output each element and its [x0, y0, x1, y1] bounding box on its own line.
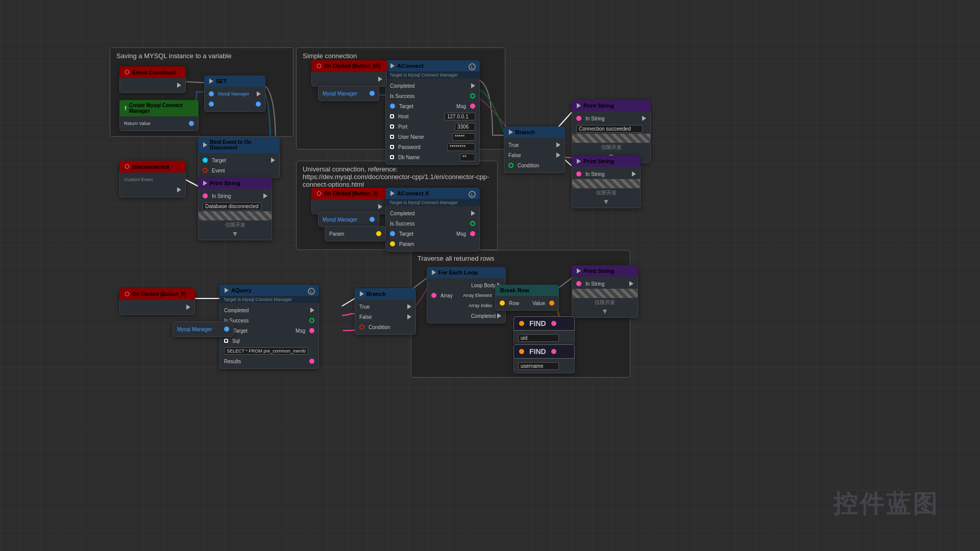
- set-header: SET: [204, 76, 265, 87]
- aquery-sql-input[interactable]: [224, 347, 308, 355]
- print-string-row-node[interactable]: Print String In String 仅限开发 ▼: [572, 265, 638, 318]
- for-each-exec-in: [432, 270, 436, 275]
- mysql-manager-x-label: Mysql Manager: [323, 217, 357, 222]
- disconnected-label: Disconnected: [132, 164, 169, 170]
- aconnect-target-row: Target Msg: [386, 101, 479, 111]
- print-string-fail-header: Print String: [572, 156, 641, 167]
- break-row-label: Break Row: [500, 287, 529, 293]
- param-node[interactable]: Param: [325, 226, 386, 241]
- aconnect-x-is-success-row: Is Success: [386, 218, 479, 229]
- find-username-input[interactable]: [518, 362, 559, 370]
- ps-success-value-row: [572, 123, 650, 134]
- ps-success-in-label: In String: [585, 116, 604, 121]
- mysql-manager-q-row: Mysql Manager: [173, 324, 233, 334]
- branch-conn-node[interactable]: Branch True False Condition: [504, 127, 565, 173]
- for-each-index-row: Array Index: [427, 300, 505, 311]
- set-node[interactable]: SET Mysql Manager: [204, 76, 265, 112]
- set-body: Mysql Manager: [204, 87, 265, 112]
- bind-event-node[interactable]: Bind Event to On Disconnect Target Event: [198, 137, 280, 178]
- aconnect-port-input[interactable]: [455, 123, 475, 131]
- print-string-disconnect-body: In String 仅限开发 ▼: [198, 189, 272, 240]
- on-clicked-65-node[interactable]: ⬡ On Clicked (Button_65): [311, 60, 387, 87]
- on-clicked-65-exec: [312, 74, 386, 84]
- aconnect-x-node[interactable]: AConnect X L Target is Mysql Connect Man…: [385, 188, 480, 252]
- find-username-out-pin: [551, 349, 556, 354]
- for-each-completed-label: Completed: [471, 313, 496, 319]
- ps-fail-label: Print String: [583, 158, 614, 164]
- branch-query-body: True False Condition: [355, 299, 416, 335]
- disconnected-exec-out: [177, 187, 181, 192]
- aconnect-host-input[interactable]: [445, 113, 475, 120]
- mysql-manager-conn-node[interactable]: Mysql Manager: [318, 86, 379, 101]
- mysql-manager-q-node[interactable]: Mysql Manager: [173, 321, 234, 337]
- find-uid-node[interactable]: FIND: [513, 316, 575, 345]
- print-string-row-header: Print String: [572, 265, 638, 277]
- aquery-sub: Target is Mysql Connect Manager: [219, 296, 319, 303]
- ps-row-chinese: 仅限开发: [572, 298, 638, 307]
- aquery-node[interactable]: AQuery L Target is Mysql Connect Manager…: [219, 285, 319, 369]
- event-construct-node[interactable]: ⬡ Event Construct: [119, 66, 186, 93]
- aquery-body: Completed Is Success Target Msg Sql: [219, 303, 319, 369]
- ps-fail-exec-in: [577, 159, 581, 164]
- ps-success-chinese: 仅限开发: [572, 143, 650, 152]
- branch-query-exec-in: [360, 291, 364, 296]
- branch-conn-condition-row: Condition: [504, 160, 565, 170]
- on-clicked-0-node[interactable]: ⬡ On Clicked (Button_0): [119, 288, 195, 315]
- set-exec-in: [209, 79, 213, 84]
- create-mysql-return-pin: [189, 121, 194, 126]
- aconnect-host-pin: [390, 114, 394, 118]
- ps-success-value-input[interactable]: [576, 125, 643, 133]
- aconnect-host-row: Host: [386, 111, 479, 121]
- aconnect-clock-icon: L: [469, 63, 476, 70]
- print-string-disconnect-node[interactable]: Print String In String 仅限开发 ▼: [198, 178, 272, 240]
- on-clicked-3-exec-out: [378, 204, 382, 209]
- break-row-body: Row Value: [495, 296, 559, 311]
- aconnect-password-label: Password: [398, 144, 421, 150]
- bind-exec-out: [271, 158, 275, 163]
- watermark: 控件蓝图: [833, 488, 939, 520]
- ps-disc-value-input[interactable]: [203, 203, 261, 210]
- aconnect-sub: Target is Mysql Connect Manager: [385, 71, 480, 79]
- branch-conn-condition-pin: [508, 163, 513, 168]
- bind-event-header: Bind Event to On Disconnect: [198, 137, 280, 153]
- set-output-pin: [256, 102, 261, 107]
- for-each-array-element-label: Array Element: [463, 293, 492, 298]
- print-string-disconnect-header: Print String: [198, 178, 272, 189]
- bind-target-label: Target: [212, 158, 226, 163]
- print-string-success-header: Print String: [572, 100, 651, 111]
- ps-disc-in-string-row: In String: [199, 191, 272, 201]
- ps-row-in-row: In String: [572, 279, 638, 289]
- aconnect-password-input[interactable]: [447, 143, 475, 151]
- print-string-fail-node[interactable]: Print String In String 仅限开发 ▼: [572, 156, 641, 208]
- on-clicked-3-node[interactable]: ⬡ On Clicked (Button_3): [311, 188, 387, 214]
- disconnected-header: ⬡ Disconnected: [119, 161, 186, 172]
- aconnect-x-is-success-label: Is Success: [390, 221, 414, 227]
- mysql-manager-x-node[interactable]: Mysql Manager: [318, 212, 379, 227]
- aquery-target-label: Target: [233, 328, 248, 334]
- for-each-loop-node[interactable]: For Each Loop Loop Body Array Array Elem…: [427, 267, 506, 323]
- branch-conn-true-pin: [556, 142, 560, 147]
- mysql-manager-q-body: Mysql Manager: [173, 321, 234, 337]
- break-row-node[interactable]: Break Row Row Value: [495, 285, 559, 311]
- bind-event-row: Event: [199, 165, 279, 176]
- disconnected-node[interactable]: ⬡ Disconnected Custom Event: [119, 161, 186, 197]
- find-uid-input[interactable]: [518, 334, 559, 342]
- param-pin: [376, 231, 381, 236]
- bind-event-body: Target Event: [198, 153, 280, 178]
- create-mysql-node[interactable]: f Create Mysql Connect Manager Return Va…: [119, 100, 199, 131]
- aconnect-node[interactable]: AConnect L Target is Mysql Connect Manag…: [385, 60, 480, 165]
- aconnect-dbname-input[interactable]: [460, 154, 475, 161]
- aconnect-username-input[interactable]: [452, 133, 475, 141]
- print-string-success-node[interactable]: Print String In String 仅限开发 ▼: [572, 100, 651, 163]
- aquery-results-label: Results: [224, 359, 241, 364]
- aconnect-x-target-label: Target: [399, 231, 413, 237]
- branch-query-node[interactable]: Branch True False Condition: [355, 288, 416, 335]
- find-username-node[interactable]: FIND: [513, 344, 575, 373]
- find-username-in-pin: [519, 349, 524, 354]
- find-uid-label: FIND: [529, 319, 546, 328]
- ps-fail-chinese: 仅限开发: [572, 188, 640, 197]
- branch-conn-true-row: True: [504, 140, 565, 150]
- break-row-row-label: Row: [509, 300, 519, 306]
- aquery-msg-label: Msg: [296, 328, 305, 334]
- disconnected-sub: Custom Event: [120, 174, 185, 185]
